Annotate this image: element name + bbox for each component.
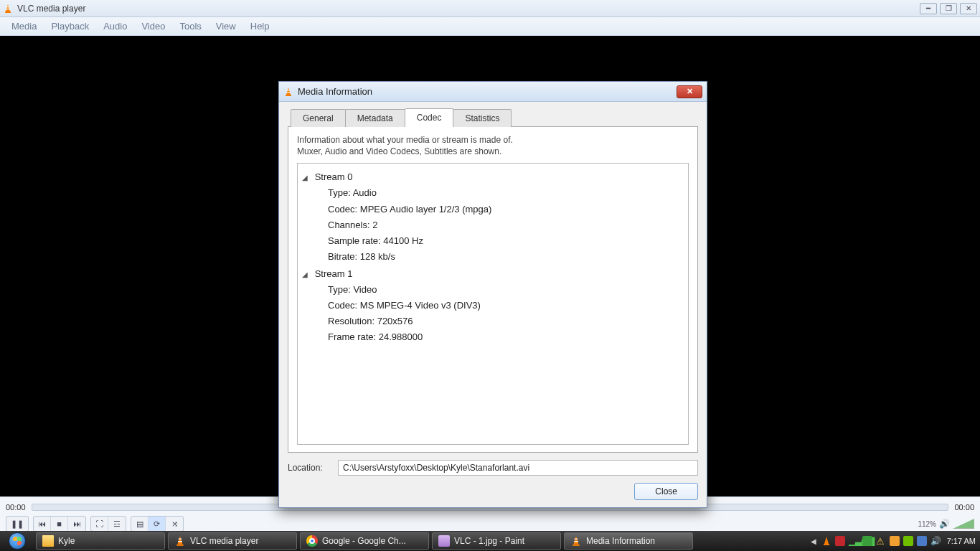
tab-general[interactable]: General (291, 109, 346, 127)
taskbar-item-media-information[interactable]: Media Information (564, 532, 693, 550)
previous-button[interactable]: ⏮ (34, 517, 51, 531)
location-label: Location: (288, 463, 331, 473)
vlc-cone-icon (283, 87, 293, 97)
svg-rect-12 (286, 92, 290, 93)
menu-help[interactable]: Help (243, 18, 277, 34)
volume-percent: 112% (918, 520, 936, 528)
tree-stream-1[interactable]: ◢ Stream 1 (302, 266, 684, 282)
tree-prop[interactable]: Channels: 2 (328, 217, 684, 233)
shuffle-button[interactable]: ⤨ (166, 517, 183, 531)
tray-adobe-icon[interactable] (835, 536, 845, 546)
playlist-button[interactable]: ▤ (131, 517, 149, 531)
play-pause-button[interactable]: ❚❚ (6, 517, 28, 531)
menu-audio[interactable]: Audio (96, 18, 134, 34)
close-window-button[interactable]: ✕ (960, 3, 977, 14)
menu-bar: Media Playback Audio Video Tools View He… (0, 17, 980, 36)
tree-prop[interactable]: Type: Video (328, 282, 684, 298)
codec-tab-pane: Information about what your media or str… (288, 126, 698, 453)
vlc-cone-icon (174, 535, 186, 547)
menu-media[interactable]: Media (4, 18, 44, 34)
start-button[interactable] (0, 531, 34, 551)
media-information-dialog: Media Information ✕ General Metadata Cod… (278, 81, 707, 508)
taskbar-label: Kyle (58, 536, 75, 546)
vlc-cone-icon (570, 535, 582, 547)
taskbar-item-paint[interactable]: VLC - 1.jpg - Paint (432, 532, 561, 550)
tree-prop[interactable]: Type: Audio (328, 185, 684, 201)
folder-icon (42, 535, 54, 547)
menu-tools[interactable]: Tools (172, 18, 208, 34)
dialog-tabs: General Metadata Codec Statistics (291, 108, 698, 126)
codec-tree[interactable]: ◢ Stream 0 Type: Audio Codec: MPEG Audio… (297, 163, 689, 445)
tab-metadata[interactable]: Metadata (345, 109, 405, 127)
dialog-titlebar[interactable]: Media Information ✕ (279, 82, 707, 102)
system-tray: ◀ ▁▃▅▇ ⚠ 🔊 7:17 AM (806, 536, 980, 546)
svg-rect-1 (6, 6, 9, 7)
svg-rect-7 (575, 539, 578, 540)
dialog-title: Media Information (298, 86, 677, 97)
tray-vlc-icon[interactable] (821, 536, 831, 546)
tree-prop[interactable]: Codec: MS MPEG-4 Video v3 (DIV3) (328, 298, 684, 314)
chrome-icon (306, 535, 318, 547)
window-title: VLC media player (17, 4, 920, 14)
tree-prop[interactable]: Resolution: 720x576 (328, 314, 684, 329)
svg-rect-2 (6, 9, 9, 9)
stop-button[interactable]: ■ (51, 517, 68, 531)
tree-toggle-icon[interactable]: ◢ (302, 171, 311, 184)
minimize-button[interactable]: ━ (920, 3, 937, 14)
taskbar-item-vlc[interactable]: VLC media player (168, 532, 297, 550)
codec-hint: Information about what your media or str… (297, 134, 689, 157)
svg-rect-9 (824, 544, 829, 545)
tree-stream-0[interactable]: ◢ Stream 0 (302, 169, 684, 185)
tray-signal-icon[interactable]: ▁▃▅▇ (849, 536, 859, 546)
taskbar-clock[interactable]: 7:17 AM (947, 537, 976, 545)
tab-codec[interactable]: Codec (405, 108, 454, 127)
tree-prop[interactable]: Frame rate: 24.988000 (328, 329, 684, 345)
tray-nvidia-icon[interactable] (903, 536, 913, 546)
location-input[interactable] (338, 460, 698, 476)
taskbar: Kyle VLC media player Google - Google Ch… (0, 531, 980, 551)
paint-icon (438, 535, 450, 547)
svg-rect-3 (176, 545, 183, 546)
maximize-button[interactable]: ❐ (940, 3, 957, 14)
tray-volume-icon[interactable]: 🔊 (930, 536, 941, 546)
window-titlebar: VLC media player ━ ❐ ✕ (0, 0, 980, 17)
volume-control: 112% 🔊 (918, 519, 974, 529)
tray-app-icon[interactable] (862, 536, 872, 546)
loop-button[interactable]: ⟳ (149, 517, 166, 531)
tray-network-icon[interactable] (917, 536, 927, 546)
taskbar-item-kyle[interactable]: Kyle (36, 532, 165, 550)
fullscreen-button[interactable]: ⛶ (91, 517, 108, 531)
svg-rect-6 (573, 545, 579, 546)
tree-toggle-icon[interactable]: ◢ (302, 268, 311, 281)
menu-video[interactable]: Video (134, 18, 172, 34)
taskbar-label: VLC media player (190, 536, 258, 546)
taskbar-label: Google - Google Ch... (322, 536, 406, 546)
taskbar-label: Media Information (586, 536, 655, 546)
total-time: 00:00 (954, 503, 974, 512)
tray-warning-icon[interactable]: ⚠ (876, 536, 886, 546)
volume-slider[interactable] (953, 519, 974, 529)
svg-rect-0 (5, 11, 11, 13)
taskbar-label: VLC - 1.jpg - Paint (454, 536, 524, 546)
next-button[interactable]: ⏭ (68, 517, 85, 531)
elapsed-time: 00:00 (6, 503, 26, 512)
svg-rect-4 (179, 539, 182, 540)
tab-statistics[interactable]: Statistics (453, 109, 512, 127)
svg-rect-5 (178, 541, 182, 542)
tree-prop[interactable]: Bitrate: 128 kb/s (328, 249, 684, 265)
svg-rect-8 (574, 541, 578, 542)
tree-prop[interactable]: Codec: MPEG Audio layer 1/2/3 (mpga) (328, 202, 684, 217)
tray-app2-icon[interactable] (890, 536, 900, 546)
extended-settings-button[interactable]: ☲ (108, 517, 126, 531)
playback-controls: ❚❚ ⏮ ■ ⏭ ⛶ ☲ ▤ ⟳ ⤨ 112% 🔊 (0, 517, 980, 531)
tree-prop[interactable]: Sample rate: 44100 Hz (328, 233, 684, 249)
taskbar-item-chrome[interactable]: Google - Google Ch... (300, 532, 429, 550)
svg-rect-11 (287, 90, 290, 90)
tray-show-hidden-icon[interactable]: ◀ (811, 537, 816, 545)
vlc-cone-icon (3, 4, 13, 14)
close-button[interactable]: Close (634, 483, 698, 500)
mute-speaker-icon[interactable]: 🔊 (939, 519, 950, 529)
dialog-close-button[interactable]: ✕ (677, 85, 702, 98)
menu-playback[interactable]: Playback (44, 18, 96, 34)
menu-view[interactable]: View (209, 18, 243, 34)
